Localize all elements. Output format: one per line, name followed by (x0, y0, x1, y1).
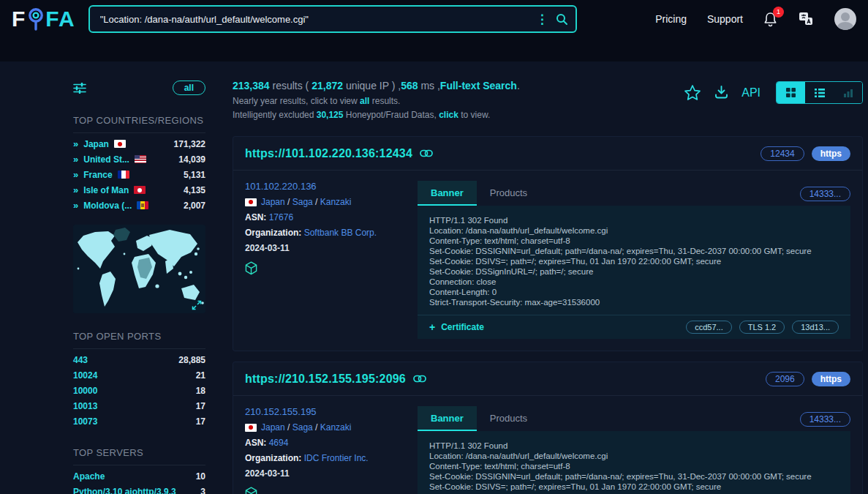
port-row[interactable]: 1001317 (73, 398, 205, 413)
search-options-icon[interactable]: ⋮ (529, 12, 556, 27)
location-link[interactable]: Japan (261, 197, 285, 207)
location-link[interactable]: Kanzaki (320, 197, 352, 207)
port-count: 17 (196, 416, 205, 427)
port-row[interactable]: 1002421 (73, 367, 205, 383)
banner-line: Set-Cookie: DSSignInURL=/; path=/; secur… (429, 266, 839, 277)
tab-products[interactable]: Products (477, 181, 540, 206)
server-row[interactable]: Python/3.10 aiohttp/3.9.33 (73, 484, 205, 494)
certificate-toggle[interactable]: Certificate (441, 322, 484, 332)
organization-link[interactable]: IDC Frontier Inc. (304, 453, 369, 463)
location-link[interactable]: Kanzaki (320, 422, 352, 433)
certificate-badge[interactable]: TLS 1.2 (739, 321, 785, 334)
nav-support[interactable]: Support (707, 13, 743, 25)
country-row[interactable]: »Japan171,322 (73, 136, 205, 151)
country-name: Isle of Man (83, 185, 129, 195)
expand-plus-icon[interactable]: + (429, 321, 435, 333)
asn-row: ASN: 4694 (245, 438, 418, 448)
chart-view-button[interactable] (834, 82, 862, 103)
tab-products[interactable]: Products (477, 406, 540, 431)
asn-row: ASN: 17676 (245, 212, 418, 222)
tab-banner[interactable]: Banner (418, 406, 477, 431)
servers-section-title: TOP SERVERS (73, 447, 205, 458)
logo-text-fa: FA (45, 7, 75, 31)
tab-banner[interactable]: Banner (418, 181, 477, 206)
nav-pricing[interactable]: Pricing (655, 13, 687, 25)
fulltext-search-link[interactable]: Full-text Search (440, 80, 517, 91)
server-row[interactable]: Apache10 (73, 468, 205, 484)
location-links: Japan / Saga / Kanzaki (261, 197, 351, 207)
search-input[interactable] (100, 14, 529, 25)
filters-sidebar: all TOP COUNTRIES/REGIONS »Japan171,322»… (73, 61, 205, 494)
grid-view-button[interactable] (777, 82, 805, 103)
certificate-badge[interactable]: 13d13... (792, 321, 839, 334)
map-expand-icon[interactable] (192, 300, 202, 310)
location-link[interactable]: Japan (261, 422, 285, 433)
filter-all-pill[interactable]: all (173, 81, 205, 95)
banner-tabs: Banner Products 14333... (418, 181, 850, 206)
country-row[interactable]: »Moldova (...2,007 (73, 198, 205, 213)
country-name: France (83, 170, 112, 180)
location-row: Japan / Saga / Kanzaki (245, 422, 418, 433)
double-chevron-icon: » (73, 170, 78, 179)
honeypot-click-link[interactable]: click (439, 110, 458, 120)
search-box: ⋮ (88, 5, 577, 33)
protocol-badge[interactable]: https (812, 372, 850, 386)
banner-response-text: HTTP/1.1 302 FoundLocation: /dana-na/aut… (418, 431, 850, 494)
api-button[interactable]: API (741, 86, 761, 100)
organization-row: Organization: Softbank BB Corp. (245, 228, 418, 238)
port-badge[interactable]: 12434 (761, 146, 804, 161)
country-row[interactable]: »United St...14,039 (73, 151, 205, 167)
server-count: 10 (196, 471, 205, 482)
port-badge[interactable]: 2096 (766, 372, 804, 386)
protocol-badge[interactable]: https (812, 146, 850, 161)
search-icon[interactable] (556, 13, 568, 26)
country-row[interactable]: »Isle of Man4,135 (73, 182, 205, 198)
country-row[interactable]: »France5,131 (73, 167, 205, 182)
port-row[interactable]: 1007317 (73, 413, 205, 429)
star-favorite-button[interactable] (684, 84, 701, 101)
country-count: 2,007 (184, 201, 205, 211)
asn-link[interactable]: 4694 (269, 438, 289, 448)
port-name: 10073 (73, 416, 97, 427)
ip-address-link[interactable]: 101.102.220.136 (245, 181, 418, 192)
ports-list: 44328,8851002421100001810013171007317 (73, 352, 205, 429)
stats-line-2: Nearly year results, click to view all r… (233, 96, 520, 106)
stats-line-1: 213,384 results ( 21,872 unique IP ) ,56… (233, 80, 520, 91)
fofa-logo[interactable]: F FA (12, 7, 75, 31)
asset-count-badge[interactable]: 14333... (800, 187, 850, 201)
country-name: Moldova (... (83, 201, 132, 211)
product-cube-icon[interactable] (245, 487, 418, 494)
view-all-link[interactable]: all (360, 96, 369, 106)
organization-link[interactable]: Softbank BB Corp. (304, 228, 377, 238)
certificate-badge[interactable]: ccd57... (686, 321, 732, 334)
download-button[interactable] (714, 85, 729, 100)
double-chevron-icon: » (73, 185, 78, 195)
asset-count-badge[interactable]: 14333... (800, 412, 850, 427)
country-count: 171,322 (174, 139, 205, 149)
location-link[interactable]: Saga (293, 197, 313, 207)
ip-address-link[interactable]: 210.152.155.195 (245, 406, 418, 417)
banner-line: Set-Cookie: DSIVS=; path=/; expires=Thu,… (429, 256, 839, 266)
banner-line: Connection: close (429, 277, 839, 287)
external-link-icon[interactable] (420, 149, 433, 157)
filter-sliders-icon[interactable] (73, 83, 86, 94)
port-row[interactable]: 1000018 (73, 383, 205, 398)
product-cube-icon[interactable] (245, 261, 418, 275)
external-link-icon[interactable] (413, 375, 426, 383)
world-map[interactable] (73, 225, 205, 313)
country-count: 5,131 (184, 170, 205, 180)
result-url-link[interactable]: https://210.152.155.195:2096 (245, 373, 406, 386)
list-view-button[interactable] (805, 82, 834, 103)
divider (73, 132, 205, 133)
servers-list: Apache10Python/3.10 aiohttp/3.9.33Python… (73, 468, 205, 494)
country-count: 14,039 (178, 154, 205, 165)
banner-line: Strict-Transport-Security: max-age=31536… (429, 297, 839, 307)
notifications-button[interactable]: 1 (763, 12, 777, 27)
port-row[interactable]: 44328,885 (73, 352, 205, 367)
user-avatar[interactable] (834, 8, 856, 30)
translate-icon[interactable] (798, 12, 814, 26)
flag-jp-icon (114, 140, 126, 148)
result-url-link[interactable]: https://101.102.220.136:12434 (245, 147, 412, 160)
location-link[interactable]: Saga (293, 422, 313, 433)
asn-link[interactable]: 17676 (269, 212, 293, 222)
